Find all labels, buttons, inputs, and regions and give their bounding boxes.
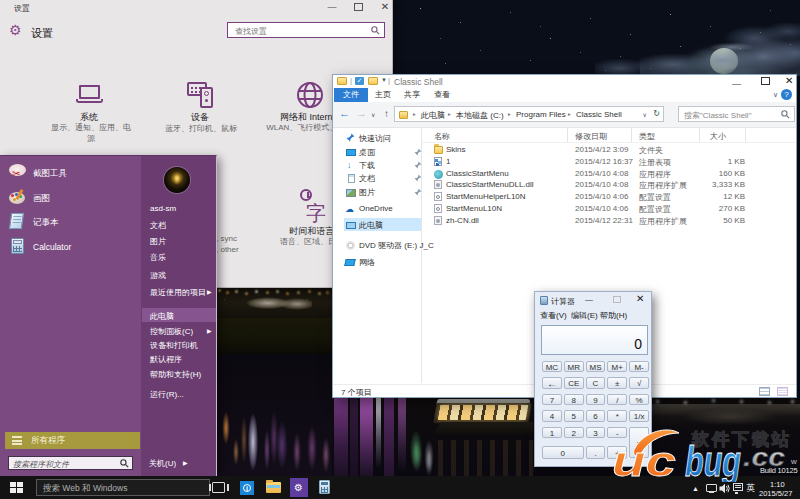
svg-text:bug: bug [685, 437, 741, 482]
svg-text:uc: uc [612, 437, 676, 482]
